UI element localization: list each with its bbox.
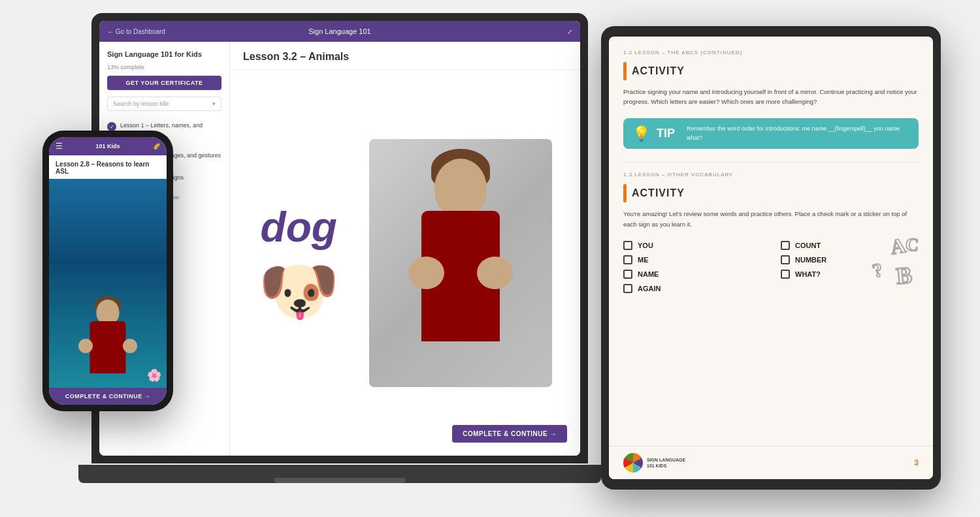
lesson-title: Lesson 3.2 – Animals (243, 51, 567, 63)
vocab-checkbox-what[interactable] (781, 270, 790, 279)
vocab-checkbox-number[interactable] (781, 255, 790, 264)
phone-hand-left (78, 339, 93, 353)
laptop-topbar: ← Go to Dashboard Sign Language 101 ⤢ (99, 21, 580, 42)
dog-word: dog (261, 203, 337, 251)
phone-status-bar: ☰ 101 Kids 🌈 (49, 137, 167, 155)
activity-text-2: You're amazing! Let's review some words … (623, 209, 919, 228)
phone-complete-button[interactable]: COMPLETE & CONTINUE → (49, 388, 167, 405)
doodle-letters: A C ? B (860, 234, 919, 300)
phone-icons: 🌈 (153, 143, 160, 149)
hand-right (477, 257, 513, 289)
doodle-question: ? (870, 258, 885, 282)
phone: ☰ 101 Kids 🌈 Lesson 2.8 – Reasons to lea… (42, 131, 173, 411)
activity-header-2: ACTIVITY (623, 184, 919, 202)
phone-content: Lesson 2.8 – Reasons to learn ASL 🌸 (49, 155, 167, 405)
tablet-body: 1.2 LESSON – THE ABCS (CONTINUED) ACTIVI… (601, 26, 941, 490)
vocab-checkbox-name[interactable] (623, 270, 632, 279)
activity-orange-bar-2 (623, 184, 627, 202)
activity-box-2: ACTIVITY You're amazing! Let's review so… (623, 184, 919, 228)
vocab-word-count: COUNT (795, 242, 821, 249)
footer-page-number: 3 (914, 458, 919, 467)
tip-text: Remember the word order for introduction… (687, 125, 909, 142)
sidebar-search[interactable]: Search by lesson title ▾ (107, 97, 221, 111)
tip-box: 💡 TIP Remember the word order for introd… (623, 118, 919, 149)
phone-video-area[interactable]: 🌸 (49, 179, 167, 388)
footer-logo-circle (623, 453, 643, 473)
get-certificate-button[interactable]: GET YOUR CERTIFICATE (107, 76, 221, 90)
dog-emoji: 🐶 (258, 258, 340, 323)
tablet: 1.2 LESSON – THE ABCS (CONTINUED) ACTIVI… (601, 26, 941, 490)
hamburger-icon[interactable]: ☰ (56, 142, 63, 151)
vocab-word-again: AGAIN (638, 285, 661, 292)
doodle-b: B (895, 261, 913, 290)
sidebar-course-title: Sign Language 101 for Kids (99, 50, 229, 64)
vocab-checkbox-me[interactable] (623, 255, 632, 264)
activity-title-1: ACTIVITY (632, 65, 685, 77)
activity-text-1: Practice signing your name and introduci… (623, 87, 919, 106)
activity-box-1: ACTIVITY Practice signing your name and … (623, 62, 919, 106)
vocab-word-name: NAME (638, 270, 659, 278)
phone-body: ☰ 101 Kids 🌈 Lesson 2.8 – Reasons to lea… (42, 131, 173, 411)
phone-logo: 101 Kids (95, 143, 120, 149)
instructor-silhouette (369, 139, 552, 387)
phone-lesson-title: Lesson 2.8 – Reasons to learn ASL (49, 155, 167, 179)
vocab-checkbox-count[interactable] (781, 241, 790, 250)
complete-continue-button[interactable]: COMPLETE & CONTINUE → (452, 425, 567, 443)
activity-orange-bar-1 (623, 62, 627, 80)
vocab-checkbox-again[interactable] (623, 284, 632, 293)
phone-instructor (75, 296, 140, 388)
footer-logo: SIGN LANGUAGE101 KIDS (623, 453, 685, 473)
instructor-head (434, 159, 487, 217)
vocab-word-what: WHAT? (795, 270, 821, 278)
instructor-photo (369, 139, 552, 387)
vocab-item-again: AGAIN (623, 284, 761, 293)
tip-icon: 💡 (632, 125, 650, 142)
phone-hand-right (123, 339, 137, 353)
phone-flower-icon: 🌸 (147, 368, 161, 383)
tablet-screen: 1.2 LESSON – THE ABCS (CONTINUED) ACTIVI… (609, 37, 933, 479)
lesson-body: dog 🐶 (230, 70, 580, 456)
search-chevron-icon: ▾ (212, 101, 216, 107)
tablet-footer: SIGN LANGUAGE101 KIDS 3 (609, 446, 933, 479)
laptop-main: Lesson 3.2 – Animals dog 🐶 (230, 42, 580, 456)
vocab-item-you: YOU (623, 241, 761, 250)
search-placeholder-text: Search by lesson title (113, 101, 169, 107)
hand-left (408, 257, 444, 289)
lesson-header: Lesson 3.2 – Animals (230, 42, 580, 70)
vocab-item-name: NAME (623, 270, 761, 279)
doodle-a: A (889, 233, 907, 259)
expand-button[interactable]: ⤢ (567, 28, 572, 35)
tablet-section-1-label: 1.2 LESSON – THE ABCS (CONTINUED) (623, 50, 919, 55)
doodle-c: C (904, 234, 919, 256)
activity-title-2: ACTIVITY (632, 187, 685, 199)
tablet-section-2-label: 1.3 LESSON – OTHER VOCABULARY (623, 172, 919, 178)
vocab-word-me: ME (638, 256, 649, 264)
activity-header-1: ACTIVITY (623, 62, 919, 80)
tablet-content: 1.2 LESSON – THE ABCS (CONTINUED) ACTIVI… (609, 37, 933, 446)
laptop-title: Sign Language 101 (308, 27, 370, 35)
phone-video-bg: 🌸 (49, 179, 167, 388)
footer-logo-text: SIGN LANGUAGE101 KIDS (647, 457, 685, 469)
vocab-word-you: YOU (638, 242, 653, 249)
sidebar-progress: 13% complete (99, 64, 229, 76)
vocab-checkbox-you[interactable] (623, 241, 632, 250)
back-button[interactable]: ← Go to Dashboard (107, 28, 165, 35)
vocab-item-me: ME (623, 255, 761, 264)
vocab-area: YOU COUNT ME (623, 241, 919, 293)
laptop-base (78, 465, 601, 483)
tablet-divider (623, 162, 919, 163)
tip-label: TIP (657, 127, 675, 140)
phone-instructor-body (90, 321, 126, 373)
phone-screen: ☰ 101 Kids 🌈 Lesson 2.8 – Reasons to lea… (49, 137, 167, 405)
instructor-hands (408, 257, 513, 296)
vocab-word-number: NUMBER (795, 256, 826, 264)
scene: ← Go to Dashboard Sign Language 101 ⤢ Si… (0, 0, 980, 517)
